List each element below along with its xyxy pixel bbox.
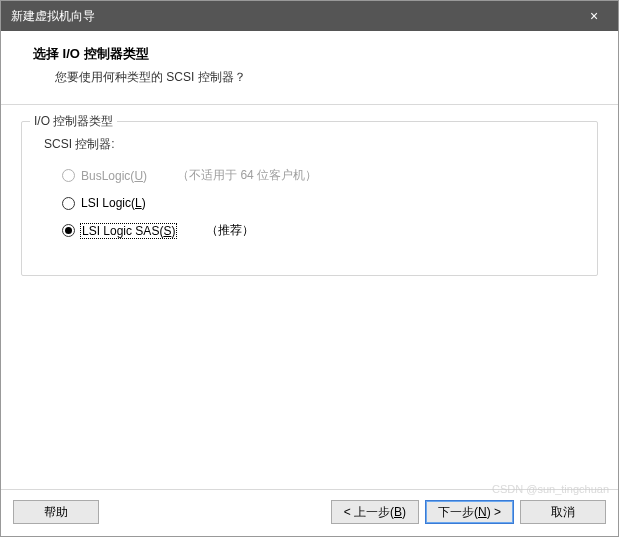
radio-lsi-logic[interactable]: LSI Logic(L) <box>38 196 581 210</box>
radio-label: LSI Logic(L) <box>81 196 146 210</box>
radio-label: LSI Logic SAS(S) <box>81 224 176 238</box>
wizard-content: I/O 控制器类型 SCSI 控制器: BusLogic(U) （不适用于 64… <box>1 105 618 489</box>
close-icon[interactable]: × <box>578 5 610 27</box>
io-controller-fieldset: I/O 控制器类型 SCSI 控制器: BusLogic(U) （不适用于 64… <box>21 121 598 276</box>
window-title: 新建虚拟机向导 <box>11 8 578 25</box>
cancel-button[interactable]: 取消 <box>520 500 606 524</box>
radio-icon <box>62 224 75 237</box>
radio-lsi-logic-sas[interactable]: LSI Logic SAS(S) （推荐） <box>38 222 581 239</box>
titlebar: 新建虚拟机向导 × <box>1 1 618 31</box>
footer-buttons: < 上一步(B) 下一步(N) > 取消 <box>331 500 606 524</box>
radio-hint: （推荐） <box>206 222 254 239</box>
radio-buslogic: BusLogic(U) （不适用于 64 位客户机） <box>38 167 581 184</box>
radio-icon <box>62 197 75 210</box>
help-button[interactable]: 帮助 <box>13 500 99 524</box>
scsi-controller-label: SCSI 控制器: <box>38 136 581 153</box>
back-button[interactable]: < 上一步(B) <box>331 500 419 524</box>
radio-label: BusLogic(U) <box>81 169 147 183</box>
wizard-footer: 帮助 < 上一步(B) 下一步(N) > 取消 <box>1 489 618 536</box>
page-subtitle: 您要使用何种类型的 SCSI 控制器？ <box>33 69 596 86</box>
radio-icon <box>62 169 75 182</box>
next-button[interactable]: 下一步(N) > <box>425 500 514 524</box>
radio-hint: （不适用于 64 位客户机） <box>177 167 317 184</box>
page-title: 选择 I/O 控制器类型 <box>33 45 596 63</box>
wizard-header: 选择 I/O 控制器类型 您要使用何种类型的 SCSI 控制器？ <box>1 31 618 105</box>
fieldset-legend: I/O 控制器类型 <box>30 113 117 130</box>
